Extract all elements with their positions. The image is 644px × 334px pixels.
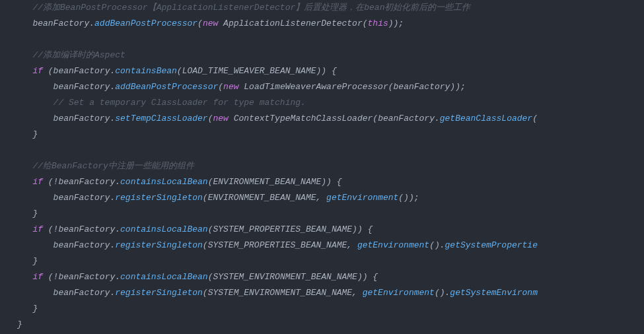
method-call: registerSingleton xyxy=(115,240,203,250)
code-line: beanFactory.addBeanPostProcessor(new Loa… xyxy=(0,79,644,95)
method-call: setTempClassLoader xyxy=(115,114,207,123)
method-call: containsBean xyxy=(115,66,177,76)
method-call: addBeanPostProcessor xyxy=(94,18,197,28)
method-call: containsLocalBean xyxy=(120,224,208,234)
code-line: beanFactory.setTempClassLoader(new Conte… xyxy=(0,111,644,127)
keyword-this: this xyxy=(368,18,388,28)
code-line: //给BeanFactory中注册一些能用的组件 xyxy=(0,158,644,174)
blank-line xyxy=(0,143,644,158)
method-call: addBeanPostProcessor xyxy=(115,82,218,92)
keyword-new: new xyxy=(203,18,218,28)
code-line: } xyxy=(0,301,644,317)
comment: //给BeanFactory中注册一些能用的组件 xyxy=(17,161,194,171)
keyword-if: if xyxy=(32,272,43,282)
code-line: //添加BeanPostProcessor【ApplicationListene… xyxy=(0,0,644,16)
code-line: if (!beanFactory.containsLocalBean(SYSTE… xyxy=(0,222,644,238)
code-line: } xyxy=(0,206,644,222)
keyword-new: new xyxy=(213,114,228,123)
comment: //添加BeanPostProcessor【ApplicationListene… xyxy=(17,3,470,13)
code-line: // Set a temporary ClassLoader for type … xyxy=(0,95,644,111)
keyword-if: if xyxy=(32,66,43,76)
method-call: getSystemPropertie xyxy=(445,240,538,250)
code-line: //添加编译时的Aspect xyxy=(0,48,644,63)
code-line: beanFactory.registerSingleton(ENVIRONMEN… xyxy=(0,190,644,206)
comment: //添加编译时的Aspect xyxy=(17,50,125,60)
code-line: beanFactory.registerSingleton(SYSTEM_ENV… xyxy=(0,285,644,301)
method-call: registerSingleton xyxy=(115,288,203,298)
method-call: containsLocalBean xyxy=(120,177,208,187)
code-line: if (!beanFactory.containsLocalBean(SYSTE… xyxy=(0,269,644,285)
code-line: } xyxy=(0,317,644,333)
blank-line xyxy=(0,32,644,48)
code-line: } xyxy=(0,127,644,143)
code-line: if (!beanFactory.containsLocalBean(ENVIR… xyxy=(0,174,644,190)
comment: // Set a temporary ClassLoader for type … xyxy=(17,98,306,108)
method-call: getEnvironment xyxy=(326,193,398,203)
code-line: beanFactory.registerSingleton(SYSTEM_PRO… xyxy=(0,238,644,253)
method-call: getSystemEnvironm xyxy=(450,288,538,298)
method-call: getEnvironment xyxy=(357,240,429,250)
keyword-if: if xyxy=(32,224,43,234)
keyword-new: new xyxy=(223,82,238,92)
code-line: if (beanFactory.containsBean(LOAD_TIME_W… xyxy=(0,63,644,79)
method-call: getBeanClassLoader xyxy=(440,114,532,123)
keyword-if: if xyxy=(32,177,43,187)
code-line: } xyxy=(0,253,644,269)
method-call: getEnvironment xyxy=(363,288,435,298)
code-editor[interactable]: //添加BeanPostProcessor【ApplicationListene… xyxy=(0,0,644,333)
code-line: beanFactory.addBeanPostProcessor(new App… xyxy=(0,16,644,32)
method-call: containsLocalBean xyxy=(120,272,208,282)
method-call: registerSingleton xyxy=(115,193,203,203)
